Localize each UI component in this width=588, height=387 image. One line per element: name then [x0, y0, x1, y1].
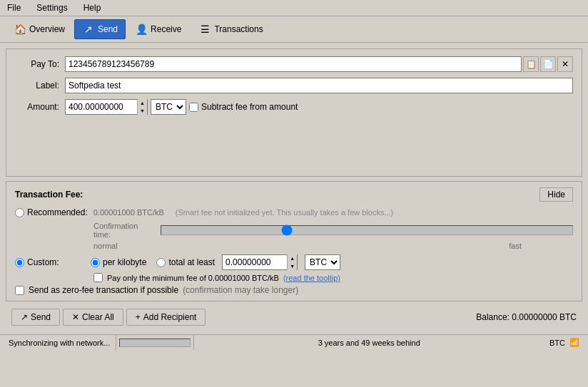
min-fee-label: Pay only the minimum fee of 0.00001000 B… [107, 274, 279, 282]
subtract-fee-label[interactable]: Subtract fee from amount [189, 102, 298, 112]
transactions-button[interactable]: ☰ Transactions [191, 19, 270, 39]
form-panel: Pay To: 📋 📄 ✕ Label: Amount: ▲ ▼ [6, 48, 582, 177]
zerofee-label: Send as zero-fee transaction if possible [29, 285, 178, 295]
add-recipient-icon: + [136, 312, 141, 322]
clear-all-icon: ✕ [72, 312, 79, 322]
send-button[interactable]: ↗ Send [74, 19, 126, 39]
transactions-icon: ☰ [198, 23, 211, 36]
zerofee-checkbox[interactable] [15, 286, 24, 295]
status-right: BTC 📶 [544, 338, 585, 347]
progress-wrap [116, 335, 194, 350]
custom-radio[interactable] [15, 258, 24, 267]
read-tooltip-link[interactable]: (read the tooltip) [283, 274, 340, 282]
total-at-least-radio[interactable] [156, 258, 166, 267]
receive-icon: 👤 [135, 23, 148, 36]
hide-button[interactable]: Hide [539, 187, 573, 202]
custom-amount-up[interactable]: ▲ [287, 254, 297, 262]
add-recipient-label: Add Recipient [143, 312, 197, 322]
label-input[interactable] [65, 78, 573, 93]
behind-text: 3 years and 49 weeks behind [194, 339, 544, 347]
per-kilobyte-radio[interactable] [91, 258, 100, 267]
menu-file[interactable]: File [3, 1, 25, 14]
bottom-bar: ↗ Send ✕ Clear All + Add Recipient Balan… [6, 306, 582, 329]
amount-spinbox: ▲ ▼ [65, 99, 148, 115]
recommended-radio[interactable] [15, 208, 24, 217]
zerofee-row: Send as zero-fee transaction if possible… [15, 285, 573, 295]
custom-amount-down[interactable]: ▼ [287, 262, 297, 270]
min-fee-row: Pay only the minimum fee of 0.00001000 B… [93, 273, 573, 282]
amount-label: Amount: [15, 102, 65, 112]
send-label: Send [98, 24, 118, 34]
action-buttons: ↗ Send ✕ Clear All + Add Recipient [11, 309, 206, 326]
fee-panel: Transaction Fee: Hide Recommended: 0.000… [6, 181, 582, 301]
status-bar: Synchronizing with network... 3 years an… [0, 334, 588, 350]
label-row: Label: [15, 78, 573, 93]
address-book-button[interactable]: 📋 [523, 56, 539, 72]
fee-recommended-row: Recommended: 0.00001000 BTC/kB (Smart fe… [15, 207, 573, 217]
custom-currency-select[interactable]: BTC [305, 254, 340, 270]
custom-amount-spinbox: ▲ ▼ [222, 254, 298, 270]
slider-normal-label: normal [93, 242, 118, 250]
transactions-label: Transactions [214, 24, 263, 34]
sync-text: Synchronizing with network... [3, 335, 116, 350]
paste-button[interactable]: 📄 [540, 56, 556, 72]
custom-amount-input[interactable] [223, 255, 287, 269]
zerofee-note: (confirmation may take longer) [183, 285, 298, 295]
subtract-fee-checkbox[interactable] [189, 103, 198, 112]
custom-row: Custom: per kilobyte total at least ▲ ▼ … [15, 254, 573, 270]
amount-row: Amount: ▲ ▼ BTC Subtract fee from amount [15, 99, 573, 115]
recommended-label[interactable]: Recommended: [15, 207, 88, 217]
overview-label: Overview [29, 24, 65, 34]
clear-payto-button[interactable]: ✕ [557, 56, 573, 72]
send-action-button[interactable]: ↗ Send [11, 309, 60, 326]
menu-help[interactable]: Help [79, 1, 106, 14]
confirmation-row: Confirmation time: [93, 222, 573, 239]
receive-label: Receive [151, 24, 181, 34]
recommended-rate: 0.00001000 BTC/kB [93, 208, 164, 217]
fee-title: Transaction Fee: [15, 190, 83, 200]
currency-indicator: BTC [549, 339, 565, 347]
send-action-label: Send [31, 312, 51, 322]
menu-settings[interactable]: Settings [32, 1, 71, 14]
wifi-icon: 📶 [569, 338, 579, 347]
amount-down[interactable]: ▼ [137, 107, 147, 115]
amount-spinners: ▲ ▼ [137, 99, 147, 115]
menubar: File Settings Help [0, 0, 588, 16]
payto-label: Pay To: [15, 59, 65, 69]
recommended-note: (Smart fee not initialized yet. This usu… [176, 208, 393, 217]
toolbar: 🏠 Overview ↗ Send 👤 Receive ☰ Transactio… [0, 16, 588, 43]
label-label: Label: [15, 81, 65, 91]
total-at-least-label[interactable]: total at least [156, 257, 215, 267]
amount-input[interactable] [66, 100, 137, 114]
add-recipient-button[interactable]: + Add Recipient [126, 309, 206, 326]
currency-select[interactable]: BTC [151, 99, 186, 115]
payto-input-group: 📋 📄 ✕ [65, 56, 573, 72]
amount-input-group: ▲ ▼ BTC Subtract fee from amount [65, 99, 298, 115]
custom-label[interactable]: Custom: [15, 257, 86, 267]
balance-text: Balance: 0.00000000 BTC [476, 312, 577, 322]
per-kilobyte-label[interactable]: per kilobyte [91, 257, 146, 267]
sync-progress [119, 339, 191, 347]
fee-header: Transaction Fee: Hide [15, 187, 573, 202]
slider-fast-label: fast [509, 242, 522, 250]
slider-labels: normal fast [93, 242, 522, 250]
clear-all-button[interactable]: ✕ Clear All [63, 309, 123, 326]
confirmation-slider[interactable] [161, 225, 573, 235]
custom-spinners: ▲ ▼ [287, 254, 297, 270]
send-action-icon: ↗ [21, 312, 28, 322]
min-fee-checkbox[interactable] [93, 273, 103, 282]
clear-all-label: Clear All [82, 312, 114, 322]
overview-icon: 🏠 [14, 23, 26, 36]
main-content: Pay To: 📋 📄 ✕ Label: Amount: ▲ ▼ [0, 43, 588, 334]
payto-row: Pay To: 📋 📄 ✕ [15, 56, 573, 72]
overview-button[interactable]: 🏠 Overview [6, 19, 73, 39]
send-icon: ↗ [82, 23, 95, 36]
receive-button[interactable]: 👤 Receive [127, 19, 189, 39]
amount-up[interactable]: ▲ [137, 99, 147, 107]
confirmation-label: Confirmation time: [93, 222, 155, 239]
payto-input[interactable] [65, 56, 522, 72]
